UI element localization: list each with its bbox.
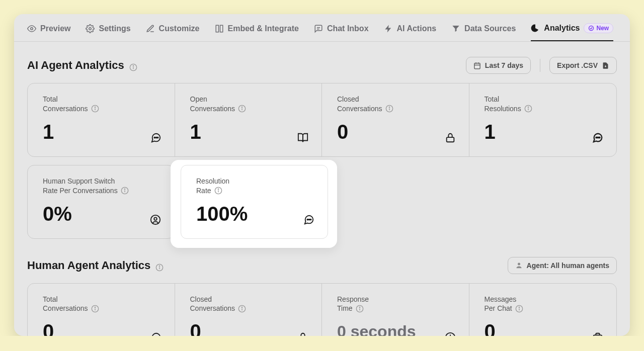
briefcase-icon bbox=[592, 332, 603, 336]
card-human-closed-conv: Closed Conversations 0 bbox=[175, 284, 323, 336]
chat-bubble-icon bbox=[150, 332, 162, 336]
lock-icon bbox=[297, 332, 308, 336]
gear-icon bbox=[86, 24, 95, 33]
chat-bubble-icon bbox=[150, 132, 162, 143]
svg-point-43 bbox=[310, 219, 311, 220]
lock-icon bbox=[445, 132, 456, 143]
calendar-icon bbox=[473, 62, 481, 69]
svg-point-22 bbox=[242, 107, 242, 108]
svg-point-50 bbox=[95, 307, 95, 307]
download-file-icon bbox=[602, 62, 609, 69]
tab-label: Data Sources bbox=[464, 24, 516, 33]
export-csv-button[interactable]: Export .CSV bbox=[549, 57, 617, 74]
human-section-title: Human Agent Analytics bbox=[27, 259, 164, 272]
analytics-panel: Preview Settings Customize Embed & Integ… bbox=[14, 14, 630, 336]
tab-ai-actions[interactable]: AI Actions bbox=[384, 22, 437, 40]
info-icon[interactable] bbox=[129, 61, 137, 69]
info-icon[interactable] bbox=[155, 261, 164, 270]
card-label: Open Conversations bbox=[190, 95, 307, 114]
card-label: Human Support Switch Rate Per Conversati… bbox=[43, 177, 159, 196]
tab-analytics[interactable]: Analytics New bbox=[531, 21, 613, 41]
pie-chart-icon bbox=[531, 24, 540, 33]
svg-point-37 bbox=[154, 217, 157, 220]
info-icon[interactable] bbox=[524, 105, 532, 113]
tab-settings[interactable]: Settings bbox=[86, 22, 130, 40]
agent-filter-button[interactable]: Agent: All human agents bbox=[508, 257, 617, 274]
card-label: Resolution Rate bbox=[196, 177, 312, 196]
card-value: 0 bbox=[337, 121, 454, 143]
tab-data-sources[interactable]: Data Sources bbox=[451, 22, 516, 40]
info-icon[interactable] bbox=[91, 105, 99, 113]
svg-point-46 bbox=[159, 266, 160, 266]
svg-point-40 bbox=[218, 189, 218, 189]
svg-point-64 bbox=[519, 307, 519, 307]
svg-point-47 bbox=[518, 263, 520, 266]
tab-chat-inbox[interactable]: Chat Inbox bbox=[314, 22, 369, 40]
card-label: Total Conversations bbox=[43, 95, 159, 114]
svg-point-25 bbox=[389, 107, 389, 108]
card-messages-per-chat: Messages Per Chat 0 bbox=[469, 284, 617, 336]
svg-point-31 bbox=[598, 137, 599, 138]
info-icon[interactable] bbox=[91, 305, 99, 313]
card-human-total-conv: Total Conversations 0 bbox=[28, 284, 175, 336]
card-total-resolutions: Total Resolutions 1 bbox=[469, 83, 617, 156]
ai-section-actions: Last 7 days Export .CSV bbox=[466, 57, 617, 74]
new-badge: New bbox=[584, 23, 613, 33]
tab-label: Preview bbox=[40, 24, 70, 33]
svg-rect-26 bbox=[446, 137, 454, 142]
svg-point-41 bbox=[307, 219, 308, 220]
svg-rect-10 bbox=[474, 63, 480, 68]
book-open-icon bbox=[297, 132, 308, 143]
card-value: 1 bbox=[190, 121, 307, 143]
export-label: Export .CSV bbox=[557, 61, 598, 69]
tab-bar: Preview Settings Customize Embed & Integ… bbox=[14, 14, 630, 42]
info-icon[interactable] bbox=[214, 187, 222, 195]
card-label: Total Resolutions bbox=[485, 95, 602, 114]
human-section-header: Human Agent Analytics Agent: All human a… bbox=[27, 257, 617, 274]
card-label: Closed Conversations bbox=[337, 95, 454, 114]
tab-label: Embed & Integrate bbox=[228, 24, 299, 33]
svg-point-9 bbox=[133, 65, 133, 66]
ai-section-title: AI Agent Analytics bbox=[27, 59, 137, 72]
tab-label: Customize bbox=[159, 24, 200, 33]
chat-bubble-icon bbox=[303, 214, 314, 225]
card-value: 0 bbox=[485, 320, 602, 336]
tab-preview[interactable]: Preview bbox=[27, 22, 70, 40]
svg-point-16 bbox=[95, 107, 95, 108]
svg-point-35 bbox=[124, 189, 125, 189]
svg-rect-3 bbox=[220, 25, 222, 32]
info-icon[interactable] bbox=[121, 187, 129, 195]
svg-point-29 bbox=[528, 107, 528, 108]
svg-point-56 bbox=[242, 307, 242, 307]
card-value: 1 bbox=[43, 121, 159, 143]
tab-label: Analytics bbox=[544, 24, 580, 33]
info-icon[interactable] bbox=[515, 305, 523, 313]
card-label: Closed Conversations bbox=[190, 295, 307, 314]
card-value: 0 seconds bbox=[337, 322, 454, 336]
bolt-icon bbox=[384, 24, 393, 33]
card-response-time: Response Time 0 seconds bbox=[322, 284, 469, 336]
svg-point-42 bbox=[309, 219, 310, 220]
card-total-conversations: Total Conversations 1 bbox=[28, 83, 175, 156]
card-label: Messages Per Chat bbox=[485, 295, 602, 314]
svg-rect-65 bbox=[594, 335, 602, 336]
card-closed-conversations: Closed Conversations 0 bbox=[322, 83, 469, 156]
svg-point-0 bbox=[31, 28, 33, 30]
agent-filter-label: Agent: All human agents bbox=[527, 261, 609, 270]
card-label: Response Time bbox=[337, 295, 454, 314]
date-filter-button[interactable]: Last 7 days bbox=[466, 57, 531, 74]
info-icon[interactable] bbox=[238, 305, 246, 313]
ai-section-header: AI Agent Analytics Last 7 days Export .C… bbox=[27, 57, 617, 74]
svg-point-18 bbox=[155, 137, 156, 138]
tab-customize[interactable]: Customize bbox=[146, 22, 200, 40]
ai-metrics-row1: Total Conversations 1 Open Conversations… bbox=[27, 83, 617, 157]
info-icon[interactable] bbox=[385, 105, 393, 113]
svg-rect-2 bbox=[216, 25, 218, 32]
filter-icon bbox=[451, 24, 460, 33]
layout-icon bbox=[215, 24, 224, 33]
info-icon[interactable] bbox=[238, 105, 246, 113]
tab-label: AI Actions bbox=[397, 24, 437, 33]
tab-embed[interactable]: Embed & Integrate bbox=[215, 22, 299, 40]
card-resolution-rate-wrapper: Resolution Rate 100% bbox=[175, 165, 322, 239]
info-icon[interactable] bbox=[356, 305, 364, 313]
